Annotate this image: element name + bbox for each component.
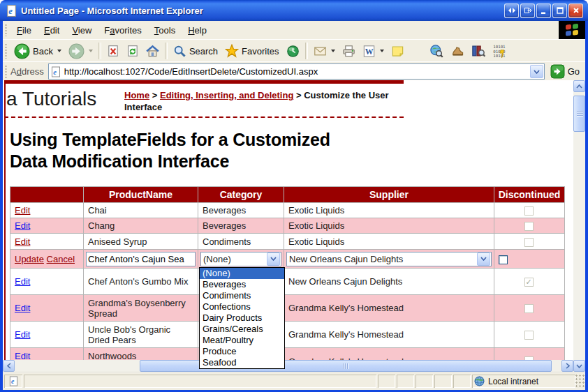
header-discontinued: Discontinued — [494, 187, 565, 203]
go-button[interactable]: Go — [550, 64, 580, 79]
dropdown-option[interactable]: Condiments — [200, 290, 284, 301]
menu-view[interactable]: View — [66, 22, 98, 38]
scroll-down-button[interactable] — [573, 360, 585, 372]
status-pane — [453, 375, 471, 388]
status-bar: e Local intranet — [3, 372, 585, 390]
supplier-name: Exotic Liquids — [288, 205, 344, 216]
history-button[interactable] — [283, 43, 303, 59]
cancel-link[interactable]: Cancel — [47, 254, 75, 264]
horizontal-scrollbar[interactable] — [3, 360, 573, 372]
resize-grip[interactable] — [575, 375, 585, 388]
web-search-icon — [429, 44, 443, 58]
address-dropdown-button[interactable] — [530, 65, 543, 78]
menu-edit[interactable]: Edit — [38, 22, 66, 38]
menu-tools[interactable]: Tools — [148, 22, 182, 38]
grid-row: Edit Chef Anton's Gumbo Mix New Orleans … — [10, 269, 565, 295]
address-grip[interactable] — [4, 65, 8, 78]
menu-bar: File Edit View Favorites Tools Help — [3, 21, 585, 40]
edit-link[interactable]: Edit — [15, 205, 30, 216]
refresh-button[interactable] — [123, 43, 142, 59]
forward-button[interactable] — [65, 42, 96, 61]
category-select-arrow[interactable] — [267, 252, 280, 266]
products-grid: ProductName Category Supplier Discontinu… — [10, 186, 565, 372]
product-name: Chang — [88, 220, 115, 231]
discontinued-checkbox: ✓ — [524, 278, 534, 287]
vertical-scroll-thumb[interactable] — [573, 96, 585, 132]
supplier-name: Exotic Liquids — [288, 236, 344, 247]
dropdown-option[interactable]: Meat/Poultry — [200, 335, 284, 346]
breadcrumb-section-link[interactable]: Editing, Inserting, and Deleting — [160, 90, 293, 100]
edit-link[interactable]: Edit — [15, 303, 30, 313]
address-url[interactable]: http://localhost:1027/Code/EditInsertDel… — [64, 66, 529, 77]
supplier-name: Exotic Liquids — [288, 220, 344, 231]
dropdown-option[interactable]: Confections — [200, 301, 284, 312]
detach-window-button[interactable] — [520, 3, 535, 18]
product-name: Grandma's Boysenberry Spread — [88, 298, 186, 319]
maximize-button[interactable] — [552, 3, 567, 18]
dropdown-option[interactable]: Grains/Cereals — [200, 324, 284, 335]
vertical-scrollbar[interactable] — [573, 80, 585, 372]
edit-link[interactable]: Edit — [15, 220, 30, 231]
research-button[interactable] — [468, 43, 489, 59]
home-icon — [146, 45, 159, 58]
mail-button[interactable] — [310, 43, 339, 59]
window-title: Untitled Page - Microsoft Internet Explo… — [21, 6, 203, 16]
discontinued-checkbox — [524, 206, 534, 216]
status-page-icon: e — [4, 375, 22, 388]
edit-link[interactable]: Edit — [15, 329, 30, 340]
status-pane — [434, 375, 452, 388]
product-name-input[interactable] — [86, 252, 196, 266]
window-controls — [504, 3, 583, 18]
toolbar-separator — [305, 43, 308, 59]
print-button[interactable] — [339, 43, 359, 59]
menu-favorites[interactable]: Favorites — [98, 22, 147, 38]
span-arrows-button[interactable] — [504, 3, 519, 18]
home-button[interactable] — [142, 43, 163, 59]
back-button[interactable]: Back — [10, 42, 65, 61]
header-product: ProductName — [84, 187, 198, 203]
discontinued-checkbox[interactable] — [499, 255, 508, 264]
dropdown-option[interactable]: Beverages — [200, 279, 284, 290]
toolbar-grip[interactable] — [4, 43, 8, 59]
menu-grip[interactable] — [4, 24, 8, 36]
scroll-right-button[interactable] — [561, 360, 573, 372]
svg-text:e: e — [53, 68, 57, 75]
category-select[interactable]: (None) — [200, 252, 281, 266]
edit-with-word-button[interactable]: W — [359, 43, 388, 59]
menu-file[interactable]: File — [10, 22, 38, 38]
dropdown-option[interactable]: Dairy Products — [200, 312, 284, 324]
supplier-name: New Orleans Cajun Delights — [288, 276, 402, 287]
stop-button[interactable] — [103, 43, 123, 59]
update-link[interactable]: Update — [15, 254, 44, 264]
boot-button[interactable] — [447, 43, 468, 59]
forward-dropdown-caret — [89, 50, 93, 52]
favorites-button[interactable]: Favorites — [221, 43, 282, 59]
scroll-up-button[interactable] — [573, 80, 585, 92]
menu-help[interactable]: Help — [182, 22, 213, 38]
edit-link[interactable]: Edit — [15, 236, 30, 247]
address-input[interactable]: e http://localhost:1027/Code/EditInsertD… — [48, 63, 545, 80]
minimize-button[interactable] — [536, 3, 551, 18]
encoding-button[interactable]: 101010101010101 — [489, 43, 510, 59]
print-icon — [342, 45, 355, 58]
search-button[interactable]: Search — [170, 43, 221, 59]
web-search-button[interactable] — [426, 43, 447, 59]
research-icon — [471, 44, 485, 58]
supplier-select[interactable]: New Orleans Cajun Delights — [286, 252, 492, 266]
discuss-button[interactable] — [388, 43, 408, 59]
mail-icon — [314, 45, 327, 58]
close-button[interactable] — [568, 3, 583, 18]
header-category: Category — [198, 187, 284, 203]
supplier-select-arrow[interactable] — [477, 252, 490, 266]
dropdown-option[interactable]: Produce — [200, 346, 284, 357]
product-name: Aniseed Syrup — [88, 236, 147, 247]
search-icon — [173, 45, 186, 58]
svg-text:e: e — [8, 6, 13, 15]
dropdown-option[interactable]: Seafood — [200, 357, 284, 368]
edit-link[interactable]: Edit — [15, 276, 30, 287]
scroll-left-button[interactable] — [3, 360, 15, 372]
dropdown-option-none[interactable]: (None) — [200, 268, 284, 279]
browser-window: e Untitled Page - Microsoft Internet Exp… — [0, 0, 588, 392]
breadcrumb-home-link[interactable]: Home — [124, 90, 149, 100]
dashed-divider — [4, 116, 404, 118]
